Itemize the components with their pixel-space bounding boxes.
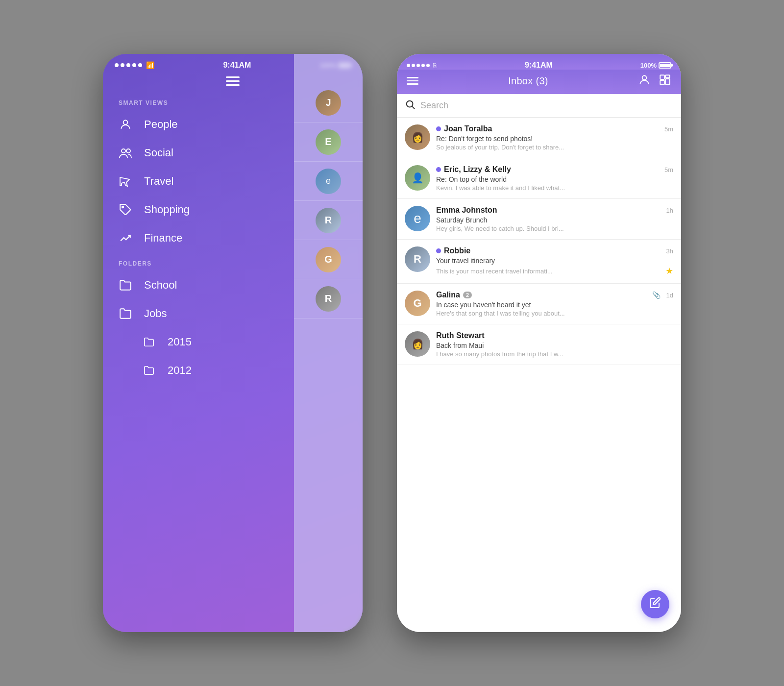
right-battery-icon xyxy=(659,62,671,69)
email-item-robbie[interactable]: R Robbie 3h Your travel itinerary This i… xyxy=(397,240,681,284)
email-item-ruth[interactable]: 👩 Ruth Stewart Back from Maui I have so … xyxy=(397,324,681,365)
email-item-galina[interactable]: G Galina 2 📎 1d In case yo xyxy=(397,284,681,324)
preview-avatar-emma: e xyxy=(316,169,341,194)
star-icon-robbie: ★ xyxy=(665,266,673,276)
folder-jobs-icon xyxy=(119,307,132,320)
email-content-ruth: Ruth Stewart Back from Maui I have so ma… xyxy=(436,331,673,358)
svg-point-9 xyxy=(407,101,413,107)
avatar-emma: e xyxy=(405,206,430,231)
left-time: 9:41AM xyxy=(223,61,251,70)
svg-rect-6 xyxy=(665,75,670,77)
hamburger-line-3 xyxy=(226,84,240,86)
email-content-joan: Joan Toralba 5m Re: Don't forget to send… xyxy=(436,124,673,151)
compose-icon xyxy=(649,597,661,612)
sidebar-social-label: Social xyxy=(144,147,173,159)
preview-avatar-6: R xyxy=(294,279,363,318)
subject-eric: Re: On top of the world xyxy=(436,175,673,183)
person-icon xyxy=(119,118,132,131)
preview-avatar-robbie: R xyxy=(316,208,341,233)
dot4 xyxy=(421,64,425,67)
preview-galina: Here's that song that I was telling you … xyxy=(436,310,673,317)
hamburger-line-2 xyxy=(226,80,240,82)
avatar-joan: 👩 xyxy=(405,124,430,150)
right-signal: ⎘ xyxy=(407,62,437,69)
right-phone: ⎘ 9:41AM 100% Inbo xyxy=(397,54,681,632)
profile-icon[interactable] xyxy=(638,74,651,88)
avatar-eric: 👤 xyxy=(405,165,430,191)
right-ham-line2 xyxy=(407,80,418,82)
right-phone-inner: ⎘ 9:41AM 100% Inbo xyxy=(397,54,681,632)
email-item-joan[interactable]: 👩 Joan Toralba 5m Re: Don't forget to se… xyxy=(397,118,681,158)
header-icons xyxy=(638,74,671,88)
hamburger-button[interactable] xyxy=(226,76,240,86)
preview-eric: Kevin, I was able to make it and I liked… xyxy=(436,184,673,192)
left-phone: 📶 9:41AM 100% SMART VIEWS xyxy=(103,54,363,632)
right-hamburger-button[interactable] xyxy=(407,77,418,85)
wifi-icon: 📶 xyxy=(146,61,154,69)
compose-button[interactable] xyxy=(641,590,669,618)
preview-avatar-2: E xyxy=(294,122,363,162)
unread-dot-joan xyxy=(436,126,441,131)
email-top-emma: Emma Johnston 1h xyxy=(436,206,673,215)
time-emma: 1h xyxy=(666,207,673,214)
right-status-bar: ⎘ 9:41AM 100% xyxy=(397,54,681,70)
folder-2012-icon xyxy=(142,365,156,376)
dot1 xyxy=(407,64,410,67)
sidebar-2012-label: 2012 xyxy=(168,364,192,377)
email-item-eric[interactable]: 👤 Eric, Lizzy & Kelly 5m Re: On top of t… xyxy=(397,158,681,199)
sender-row-robbie: Robbie xyxy=(436,246,470,255)
preview-joan: So jealous of your trip. Don't forget to… xyxy=(436,144,673,151)
sidebar-travel-label: Travel xyxy=(144,175,173,188)
sender-galina: Galina xyxy=(436,291,460,299)
email-list: 👩 Joan Toralba 5m Re: Don't forget to se… xyxy=(397,118,681,632)
subject-robbie: Your travel itinerary xyxy=(436,257,673,265)
search-bar[interactable]: Search xyxy=(397,94,681,118)
svg-point-3 xyxy=(122,206,123,208)
svg-point-4 xyxy=(642,75,647,80)
plane-icon xyxy=(119,175,132,187)
sender-ruth: Ruth Stewart xyxy=(436,331,485,340)
inbox-title: Inbox (3) xyxy=(508,75,548,87)
sidebar-people-label: People xyxy=(144,118,178,131)
email-top-ruth: Ruth Stewart xyxy=(436,331,673,340)
svg-point-0 xyxy=(123,120,128,124)
avatar-ruth: 👩 xyxy=(405,331,430,357)
layout-icon[interactable] xyxy=(659,74,671,88)
preview-avatar-joan: J xyxy=(316,90,341,116)
sidebar-school-label: School xyxy=(144,279,177,292)
search-input[interactable]: Search xyxy=(420,100,673,111)
robbie-bottom-row: This is your most recent travel informat… xyxy=(436,266,673,276)
sender-robbie: Robbie xyxy=(444,246,470,255)
inbox-panel-preview: J E e R G R xyxy=(294,54,363,632)
subject-joan: Re: Don't forget to send photos! xyxy=(436,135,673,143)
tag-icon xyxy=(119,203,132,216)
preview-avatar-galina: G xyxy=(316,247,341,272)
sidebar-jobs-label: Jobs xyxy=(144,307,167,320)
folder-school-icon xyxy=(119,279,132,292)
right-battery-label: 100% xyxy=(640,62,657,69)
sender-eric: Eric, Lizzy & Kelly xyxy=(444,165,511,174)
email-item-emma[interactable]: e Emma Johnston 1h Saturday Brunch Hey g… xyxy=(397,199,681,240)
unread-dot-robbie xyxy=(436,248,441,253)
preview-avatar-ruth: R xyxy=(316,286,341,312)
preview-avatar-1: J xyxy=(294,83,363,122)
right-time: 9:41AM xyxy=(525,61,553,70)
sidebar-finance-label: Finance xyxy=(144,232,182,245)
email-content-galina: Galina 2 📎 1d In case you haven't heard … xyxy=(436,291,673,317)
preview-ruth: I have so many photos from the trip that… xyxy=(436,350,673,358)
dot3 xyxy=(416,64,420,67)
email-top-eric: Eric, Lizzy & Kelly 5m xyxy=(436,165,673,174)
group-icon xyxy=(119,147,132,159)
signal-dots: 📶 xyxy=(115,61,154,69)
preview-emma: Hey girls, We need to catch up. Should I… xyxy=(436,225,673,232)
svg-rect-8 xyxy=(665,79,670,85)
avatar-robbie: R xyxy=(405,246,430,272)
preview-avatar-5: G xyxy=(294,240,363,279)
sender-row-eric: Eric, Lizzy & Kelly xyxy=(436,165,511,174)
inbox-header: Inbox (3) xyxy=(397,70,681,94)
paperclip-icon-galina: 📎 xyxy=(652,291,661,299)
svg-point-1 xyxy=(122,149,125,153)
right-battery: 100% xyxy=(640,62,671,69)
time-joan: 5m xyxy=(664,125,673,133)
time-eric: 5m xyxy=(664,166,673,173)
